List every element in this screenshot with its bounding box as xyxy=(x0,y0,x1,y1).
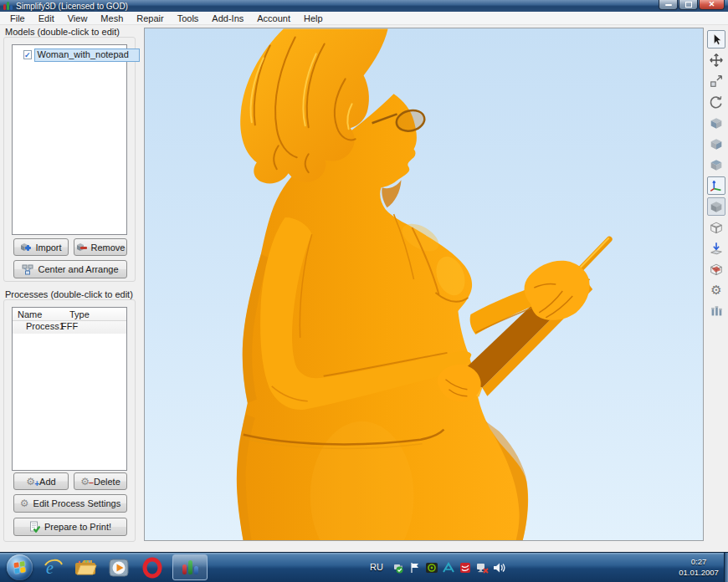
cube-icon xyxy=(709,136,724,151)
column-name[interactable]: Name xyxy=(13,308,69,320)
processes-table[interactable]: Name Type Process1 FFF xyxy=(12,307,127,471)
view-cube-2[interactable] xyxy=(707,135,725,153)
cross-section-icon xyxy=(709,262,724,277)
edit-process-settings-button[interactable]: ⚙ Edit Process Settings xyxy=(13,494,127,513)
show-desktop-button[interactable] xyxy=(724,553,728,582)
windows-flag-icon xyxy=(13,561,26,574)
viewport-3d[interactable] xyxy=(144,28,704,541)
menu-mesh[interactable]: Mesh xyxy=(94,12,130,25)
usb-eject-icon[interactable] xyxy=(392,561,405,574)
gear-icon: ⚙ xyxy=(710,283,721,298)
prepare-icon xyxy=(29,521,40,533)
coordinate-axes-tool[interactable] xyxy=(707,176,725,195)
move-icon xyxy=(709,53,724,68)
menu-add-ins[interactable]: Add-Ins xyxy=(205,12,250,25)
titlebar[interactable]: Simplify3D (Licensed to GOD) ✕ xyxy=(0,0,728,12)
menu-help[interactable]: Help xyxy=(297,12,330,25)
models-list[interactable]: ✓ Woman_with_notepad xyxy=(12,44,127,235)
minimize-icon xyxy=(665,4,672,6)
scale-icon xyxy=(709,74,724,89)
media-player-icon xyxy=(108,557,130,579)
menu-view[interactable]: View xyxy=(61,12,95,25)
3d-model-woman-with-notepad[interactable] xyxy=(145,28,704,541)
machine-settings-tool[interactable]: ⚙ xyxy=(707,281,725,299)
place-down-icon xyxy=(709,241,724,256)
processes-groupbox: Name Type Process1 FFF ⚙+ Add ⚙− Delete … xyxy=(3,299,136,542)
models-group-title: Models (double-click to edit) xyxy=(5,27,120,37)
menu-edit[interactable]: Edit xyxy=(32,12,61,25)
model-checkbox[interactable]: ✓ xyxy=(23,50,32,59)
select-tool[interactable] xyxy=(707,30,725,48)
view-cube-3[interactable] xyxy=(707,156,725,174)
remove-icon xyxy=(76,242,87,253)
rotate-icon xyxy=(709,94,724,110)
taskbar-media-player[interactable] xyxy=(107,556,131,579)
network-disconnected-icon[interactable] xyxy=(475,561,489,574)
minimize-button[interactable] xyxy=(659,0,678,10)
tray-date: 01.01.2007 xyxy=(676,567,721,578)
delete-label: Delete xyxy=(94,477,120,487)
supports-icon xyxy=(709,304,724,319)
remove-label: Remove xyxy=(91,242,126,253)
menu-account[interactable]: Account xyxy=(250,12,297,25)
maximize-button[interactable] xyxy=(679,0,698,10)
solidworks-icon[interactable] xyxy=(459,561,472,574)
check-icon: ✓ xyxy=(24,51,31,59)
processes-table-header[interactable]: Name Type xyxy=(13,308,126,321)
action-center-flag-icon[interactable] xyxy=(408,561,422,574)
models-groupbox: ✓ Woman_with_notepad Import Remove Cente… xyxy=(3,37,136,282)
close-button[interactable]: ✕ xyxy=(699,0,725,10)
import-icon xyxy=(20,242,31,253)
model-name[interactable]: Woman_with_notepad xyxy=(34,48,140,62)
nvidia-icon[interactable] xyxy=(425,561,438,574)
taskbar-clock[interactable]: 0:27 01.01.2007 xyxy=(676,556,721,578)
axes-icon xyxy=(709,178,724,193)
process-name: Process1 xyxy=(13,321,61,334)
wireframe-cube-icon xyxy=(709,220,724,235)
column-type[interactable]: Type xyxy=(69,308,90,320)
menu-file[interactable]: File xyxy=(3,12,32,25)
import-label: Import xyxy=(35,242,61,253)
volume-icon[interactable] xyxy=(492,561,505,574)
cursor-icon xyxy=(709,32,724,47)
menu-tools[interactable]: Tools xyxy=(171,12,206,25)
delete-process-button[interactable]: ⚙− Delete xyxy=(74,472,127,490)
processes-group-title: Processes (double-click to edit) xyxy=(5,289,133,299)
place-on-surface-tool[interactable] xyxy=(707,239,725,258)
menu-repair[interactable]: Repair xyxy=(130,12,170,25)
center-arrange-icon xyxy=(22,264,33,275)
center-and-arrange-button[interactable]: Center and Arrange xyxy=(13,260,127,278)
cube-icon xyxy=(709,115,724,130)
rotate-tool[interactable] xyxy=(707,93,725,111)
taskbar-opera[interactable] xyxy=(141,556,164,579)
remove-button[interactable]: Remove xyxy=(74,238,127,256)
close-icon: ✕ xyxy=(709,1,715,8)
center-arrange-label: Center and Arrange xyxy=(38,264,118,274)
wireframe-view-tool[interactable] xyxy=(707,218,725,237)
add-gear-icon: ⚙+ xyxy=(26,477,35,486)
taskbar-windows-explorer[interactable] xyxy=(74,556,97,579)
cube-icon xyxy=(709,157,724,172)
taskbar-internet-explorer[interactable]: e xyxy=(42,556,65,579)
solid-cube-icon xyxy=(709,199,724,214)
language-indicator[interactable]: RU xyxy=(370,562,383,572)
prepare-to-print-button[interactable]: Prepare to Print! xyxy=(13,518,127,536)
move-tool[interactable] xyxy=(707,51,725,69)
view-cube-1[interactable] xyxy=(707,114,725,132)
process-row[interactable]: Process1 FFF xyxy=(13,321,126,334)
add-process-button[interactable]: ⚙+ Add xyxy=(13,472,69,490)
import-button[interactable]: Import xyxy=(13,238,69,256)
supports-tool[interactable] xyxy=(707,302,725,320)
autodesk-icon[interactable] xyxy=(442,561,455,574)
model-list-item[interactable]: ✓ Woman_with_notepad xyxy=(13,48,126,62)
scale-tool[interactable] xyxy=(707,72,725,90)
solid-view-tool[interactable] xyxy=(707,197,725,216)
menubar: File Edit View Mesh Repair Tools Add-Ins… xyxy=(0,12,728,25)
right-toolbar: ⚙ xyxy=(705,25,728,552)
cross-section-tool[interactable] xyxy=(707,260,725,278)
start-button[interactable] xyxy=(7,554,33,580)
taskbar-simplify3d-active[interactable] xyxy=(172,554,208,580)
add-label: Add xyxy=(39,477,56,487)
simplify3d-icon xyxy=(182,564,187,574)
folder-icon xyxy=(74,558,97,578)
